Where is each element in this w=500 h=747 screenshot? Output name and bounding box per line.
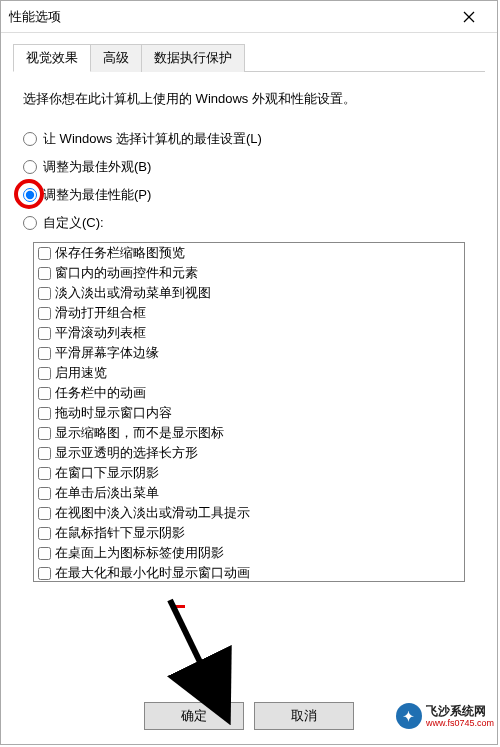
visual-effects-checklist[interactable]: 保存任务栏缩略图预览 窗口内的动画控件和元素 淡入淡出或滑动菜单到视图 滑动打开… <box>33 242 465 582</box>
check-row[interactable]: 拖动时显示窗口内容 <box>34 403 464 423</box>
check-label: 平滑屏幕字体边缘 <box>55 344 159 362</box>
tabstrip: 视觉效果 高级 数据执行保护 <box>13 43 485 72</box>
checkbox[interactable] <box>38 347 51 360</box>
check-row[interactable]: 启用速览 <box>34 363 464 383</box>
check-row[interactable]: 在窗口下显示阴影 <box>34 463 464 483</box>
check-row[interactable]: 平滑屏幕字体边缘 <box>34 343 464 363</box>
radio-label: 自定义(C): <box>43 214 104 232</box>
check-row[interactable]: 保存任务栏缩略图预览 <box>34 243 464 263</box>
content-area: 视觉效果 高级 数据执行保护 选择你想在此计算机上使用的 Windows 外观和… <box>1 33 497 602</box>
check-row[interactable]: 显示缩略图，而不是显示图标 <box>34 423 464 443</box>
radio-label: 调整为最佳外观(B) <box>43 158 151 176</box>
radio-let-windows-choose[interactable]: 让 Windows 选择计算机的最佳设置(L) <box>23 130 475 148</box>
check-label: 窗口内的动画控件和元素 <box>55 264 198 282</box>
cancel-button[interactable]: 取消 <box>254 702 354 730</box>
check-label: 保存任务栏缩略图预览 <box>55 244 185 262</box>
radio-best-appearance[interactable]: 调整为最佳外观(B) <box>23 158 475 176</box>
checkbox[interactable] <box>38 567 51 580</box>
check-row[interactable]: 淡入淡出或滑动菜单到视图 <box>34 283 464 303</box>
check-label: 显示缩略图，而不是显示图标 <box>55 424 224 442</box>
check-label: 任务栏中的动画 <box>55 384 146 402</box>
checkbox[interactable] <box>38 247 51 260</box>
tab-visual-effects[interactable]: 视觉效果 <box>13 44 91 72</box>
close-icon <box>463 11 475 23</box>
check-row[interactable]: 在单击后淡出菜单 <box>34 483 464 503</box>
checkbox[interactable] <box>38 327 51 340</box>
check-label: 在视图中淡入淡出或滑动工具提示 <box>55 504 250 522</box>
radio-input-let-windows[interactable] <box>23 132 37 146</box>
tab-advanced[interactable]: 高级 <box>90 44 142 72</box>
check-row[interactable]: 窗口内的动画控件和元素 <box>34 263 464 283</box>
radio-custom[interactable]: 自定义(C): <box>23 214 475 232</box>
check-label: 在鼠标指针下显示阴影 <box>55 524 185 542</box>
instruction-text: 选择你想在此计算机上使用的 Windows 外观和性能设置。 <box>23 90 475 108</box>
checkbox[interactable] <box>38 287 51 300</box>
check-label: 在最大化和最小化时显示窗口动画 <box>55 564 250 582</box>
check-label: 显示亚透明的选择长方形 <box>55 444 198 462</box>
check-row[interactable]: 平滑滚动列表框 <box>34 323 464 343</box>
checkbox[interactable] <box>38 527 51 540</box>
tab-dep[interactable]: 数据执行保护 <box>141 44 245 72</box>
ok-button[interactable]: 确定 <box>144 702 244 730</box>
radio-input-custom[interactable] <box>23 216 37 230</box>
check-label: 在窗口下显示阴影 <box>55 464 159 482</box>
titlebar: 性能选项 <box>1 1 497 33</box>
check-label: 在单击后淡出菜单 <box>55 484 159 502</box>
radio-best-performance[interactable]: 调整为最佳性能(P) <box>23 186 475 204</box>
check-row[interactable]: 滑动打开组合框 <box>34 303 464 323</box>
checkbox[interactable] <box>38 507 51 520</box>
check-row[interactable]: 在桌面上为图标标签使用阴影 <box>34 543 464 563</box>
checkbox[interactable] <box>38 387 51 400</box>
radio-label: 让 Windows 选择计算机的最佳设置(L) <box>43 130 262 148</box>
checkbox[interactable] <box>38 367 51 380</box>
checkbox[interactable] <box>38 547 51 560</box>
window-title: 性能选项 <box>9 8 449 26</box>
close-button[interactable] <box>449 2 489 32</box>
button-row: 确定 取消 <box>1 702 497 730</box>
checkbox[interactable] <box>38 307 51 320</box>
checkbox[interactable] <box>38 487 51 500</box>
check-label: 在桌面上为图标标签使用阴影 <box>55 544 224 562</box>
check-label: 滑动打开组合框 <box>55 304 146 322</box>
radio-input-best-performance[interactable] <box>23 188 37 202</box>
check-row[interactable]: 在最大化和最小化时显示窗口动画 <box>34 563 464 582</box>
check-label: 淡入淡出或滑动菜单到视图 <box>55 284 211 302</box>
checkbox[interactable] <box>38 427 51 440</box>
check-label: 平滑滚动列表框 <box>55 324 146 342</box>
check-row[interactable]: 显示亚透明的选择长方形 <box>34 443 464 463</box>
check-row[interactable]: 任务栏中的动画 <box>34 383 464 403</box>
checkbox[interactable] <box>38 467 51 480</box>
checkbox[interactable] <box>38 267 51 280</box>
performance-options-window: 性能选项 视觉效果 高级 数据执行保护 选择你想在此计算机上使用的 Window… <box>0 0 498 745</box>
check-row[interactable]: 在视图中淡入淡出或滑动工具提示 <box>34 503 464 523</box>
radio-label: 调整为最佳性能(P) <box>43 186 151 204</box>
check-label: 拖动时显示窗口内容 <box>55 404 172 422</box>
radio-input-best-appearance[interactable] <box>23 160 37 174</box>
checkbox[interactable] <box>38 447 51 460</box>
radio-group: 让 Windows 选择计算机的最佳设置(L) 调整为最佳外观(B) 调整为最佳… <box>23 130 475 232</box>
tabpanel-visual-effects: 选择你想在此计算机上使用的 Windows 外观和性能设置。 让 Windows… <box>13 72 485 592</box>
check-row[interactable]: 在鼠标指针下显示阴影 <box>34 523 464 543</box>
checkbox[interactable] <box>38 407 51 420</box>
check-label: 启用速览 <box>55 364 107 382</box>
